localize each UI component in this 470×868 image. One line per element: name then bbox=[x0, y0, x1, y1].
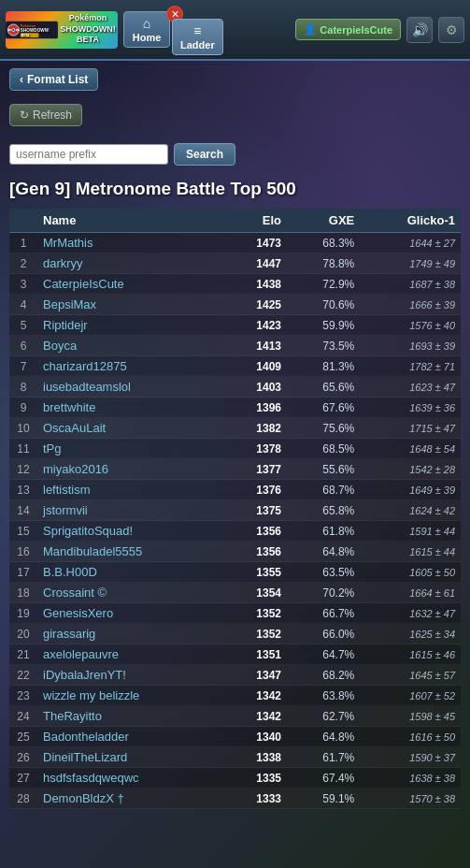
gxe-cell: 68.2% bbox=[287, 665, 360, 686]
rank-cell: 24 bbox=[9, 706, 37, 727]
name-cell[interactable]: axelolepauvre bbox=[37, 644, 225, 665]
glicko-cell: 1623 ± 47 bbox=[360, 377, 461, 398]
name-cell[interactable]: girassarig bbox=[37, 624, 225, 644]
name-cell[interactable]: Riptidejr bbox=[37, 315, 225, 336]
ladder-label: Ladder bbox=[180, 39, 215, 51]
col-name: Name bbox=[37, 209, 225, 233]
gxe-cell: 70.2% bbox=[287, 583, 360, 603]
format-list-area: ‹ Format List bbox=[9, 68, 461, 98]
search-row: Search bbox=[9, 143, 461, 166]
rank-cell: 23 bbox=[9, 686, 37, 706]
name-cell[interactable]: TheRayitto bbox=[37, 706, 225, 727]
elo-cell: 1473 bbox=[225, 233, 287, 253]
table-row: 6 Boyca 1413 73.5% 1693 ± 39 bbox=[9, 336, 461, 356]
gxe-cell: 66.0% bbox=[287, 624, 360, 644]
logo-area: Pokémon SHOWDOWN! BETA bbox=[6, 11, 118, 49]
name-cell[interactable]: jstormvii bbox=[37, 500, 225, 521]
name-cell[interactable]: DineilTheLizard bbox=[37, 747, 225, 768]
rank-cell: 16 bbox=[9, 542, 37, 562]
name-cell[interactable]: leftistism bbox=[37, 480, 225, 500]
elo-cell: 1356 bbox=[225, 542, 287, 562]
name-cell[interactable]: brettwhite bbox=[37, 398, 225, 418]
name-cell[interactable]: B.B.H00D bbox=[37, 562, 225, 583]
name-cell[interactable]: DemonBldzX † bbox=[37, 788, 225, 809]
home-button[interactable]: ⌂ Home bbox=[123, 11, 170, 48]
col-gxe: GXE bbox=[287, 209, 360, 233]
gxe-cell: 62.7% bbox=[287, 706, 360, 727]
format-list-label: Format List bbox=[27, 73, 88, 86]
elo-cell: 1342 bbox=[225, 706, 287, 727]
table-header-row: Name Elo GXE Glicko-1 bbox=[9, 209, 461, 233]
name-cell[interactable]: iusebadteamslol bbox=[37, 377, 225, 398]
elo-cell: 1354 bbox=[225, 583, 287, 603]
name-cell[interactable]: hsdfsfasdqweqwc bbox=[37, 768, 225, 788]
rank-cell: 10 bbox=[9, 418, 37, 439]
table-row: 7 charizard12875 1409 81.3% 1782 ± 71 bbox=[9, 356, 461, 377]
rank-cell: 25 bbox=[9, 727, 37, 747]
glicko-cell: 1639 ± 36 bbox=[360, 398, 461, 418]
glicko-cell: 1664 ± 61 bbox=[360, 583, 461, 603]
sound-button[interactable]: 🔊 bbox=[406, 17, 433, 43]
rank-cell: 8 bbox=[9, 377, 37, 398]
glicko-cell: 1591 ± 44 bbox=[360, 521, 461, 542]
format-list-button[interactable]: ‹ Format List bbox=[9, 68, 98, 91]
table-row: 11 tPg 1378 68.5% 1648 ± 54 bbox=[9, 439, 461, 459]
elo-cell: 1347 bbox=[225, 665, 287, 686]
col-glicko: Glicko-1 bbox=[360, 209, 461, 233]
name-cell[interactable]: MrMathis bbox=[37, 233, 225, 253]
header: Pokémon SHOWDOWN! BETA ⌂ Home ✕ ≡ Ladder… bbox=[0, 0, 470, 61]
name-cell[interactable]: Mandibuladel5555 bbox=[37, 542, 225, 562]
table-row: 14 jstormvii 1375 65.8% 1624 ± 42 bbox=[9, 500, 461, 521]
name-cell[interactable]: BepsiMax bbox=[37, 295, 225, 315]
name-cell[interactable]: SprigatitoSquad! bbox=[37, 521, 225, 542]
table-row: 15 SprigatitoSquad! 1356 61.8% 1591 ± 44 bbox=[9, 521, 461, 542]
elo-cell: 1338 bbox=[225, 747, 287, 768]
home-label: Home bbox=[133, 32, 162, 43]
page-title: [Gen 9] Metronome Battle Top 500 bbox=[9, 179, 461, 199]
gxe-cell: 64.8% bbox=[287, 542, 360, 562]
glicko-cell: 1632 ± 47 bbox=[360, 603, 461, 624]
elo-cell: 1423 bbox=[225, 315, 287, 336]
name-cell[interactable]: Crossaint © bbox=[37, 583, 225, 603]
elo-cell: 1340 bbox=[225, 727, 287, 747]
glicko-cell: 1645 ± 57 bbox=[360, 665, 461, 686]
rank-cell: 9 bbox=[9, 398, 37, 418]
refresh-button[interactable]: ↻ Refresh bbox=[9, 104, 82, 126]
settings-button[interactable]: ⚙ bbox=[438, 17, 464, 43]
gxe-cell: 78.8% bbox=[287, 253, 360, 274]
home-icon: ⌂ bbox=[143, 16, 150, 31]
elo-cell: 1409 bbox=[225, 356, 287, 377]
main-content: ‹ Format List ↻ Refresh Search [Gen 9] M… bbox=[0, 61, 470, 817]
rank-cell: 17 bbox=[9, 562, 37, 583]
ladder-button[interactable]: ≡ Ladder bbox=[172, 19, 223, 55]
glicko-cell: 1615 ± 44 bbox=[360, 542, 461, 562]
name-cell[interactable]: GenesisXero bbox=[37, 603, 225, 624]
name-cell[interactable]: darkryy bbox=[37, 253, 225, 274]
table-row: 1 MrMathis 1473 68.3% 1644 ± 27 bbox=[9, 233, 461, 253]
ladder-btn-group: ✕ ≡ Ladder bbox=[172, 4, 223, 55]
gxe-cell: 68.5% bbox=[287, 439, 360, 459]
rank-cell: 4 bbox=[9, 295, 37, 315]
user-button[interactable]: 👤 CaterpieIsCute bbox=[295, 19, 401, 40]
name-cell[interactable]: wizzle my belizzle bbox=[37, 686, 225, 706]
name-cell[interactable]: CaterpieIsCute bbox=[37, 274, 225, 295]
name-cell[interactable]: charizard12875 bbox=[37, 356, 225, 377]
name-cell[interactable]: OscaAuLait bbox=[37, 418, 225, 439]
gxe-cell: 61.8% bbox=[287, 521, 360, 542]
table-row: 26 DineilTheLizard 1338 61.7% 1590 ± 37 bbox=[9, 747, 461, 768]
name-cell[interactable]: iDybalaJrenYT! bbox=[37, 665, 225, 686]
leaderboard-table: Name Elo GXE Glicko-1 1 MrMathis 1473 68… bbox=[9, 209, 461, 809]
search-input[interactable] bbox=[9, 144, 168, 165]
glicko-cell: 1649 ± 39 bbox=[360, 480, 461, 500]
elo-cell: 1352 bbox=[225, 603, 287, 624]
rank-cell: 11 bbox=[9, 439, 37, 459]
elo-cell: 1396 bbox=[225, 398, 287, 418]
name-cell[interactable]: Boyca bbox=[37, 336, 225, 356]
name-cell[interactable]: Badontheladder bbox=[37, 727, 225, 747]
rank-cell: 13 bbox=[9, 480, 37, 500]
elo-cell: 1335 bbox=[225, 768, 287, 788]
table-row: 8 iusebadteamslol 1403 65.6% 1623 ± 47 bbox=[9, 377, 461, 398]
name-cell[interactable]: tPg bbox=[37, 439, 225, 459]
name-cell[interactable]: miyako2016 bbox=[37, 459, 225, 480]
search-button[interactable]: Search bbox=[174, 143, 235, 166]
